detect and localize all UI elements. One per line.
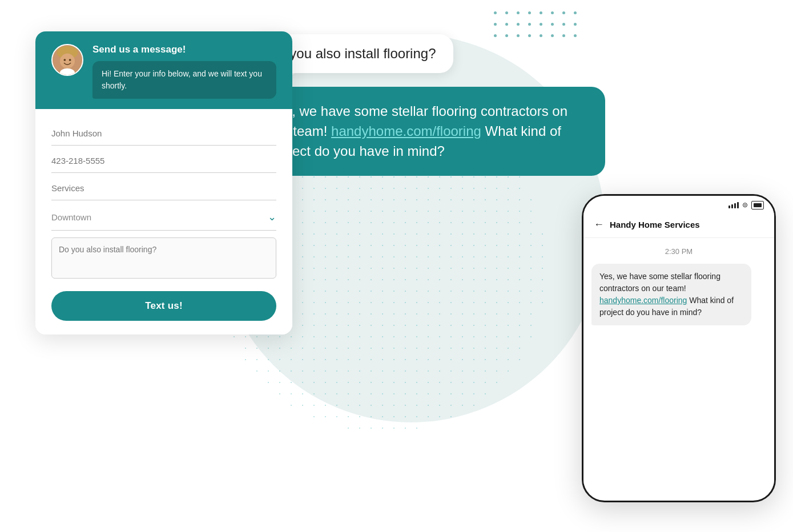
chat-intro-bubble: Hi! Enter your info below, and we will t… [92,61,276,99]
svg-point-4 [69,59,71,61]
phone-header: ← Handy Home Services [583,214,774,238]
services-input[interactable] [51,176,276,200]
chat-answer-bubble: Yes, we have some stellar flooring contr… [251,87,605,176]
name-field-wrapper [51,122,276,148]
chat-header-title: Send us a message! [92,44,276,55]
battery-icon [751,201,764,209]
svg-point-3 [64,59,66,61]
wifi-icon: ⊜ [742,201,748,209]
answer-link[interactable]: handyhome.com/flooring [331,123,481,139]
phone-status-bar: ⊜ [583,196,774,214]
phone-message-before: Yes, we have some stellar flooring contr… [599,272,720,293]
phone-message-link[interactable]: handyhome.com/flooring [599,296,687,305]
chat-widget: Send us a message! Hi! Enter your info b… [35,31,292,334]
phone-field-wrapper [51,149,276,175]
back-arrow-icon[interactable]: ← [594,219,604,231]
phone-body: 2:30 PM Yes, we have some stellar floori… [583,238,774,486]
avatar [51,44,83,76]
phone-timestamp: 2:30 PM [591,247,766,256]
phone-mockup: ⊜ ← Handy Home Services 2:30 PM Yes, we … [582,194,776,502]
services-field-wrapper [51,176,276,203]
phone-message-bubble: Yes, we have some stellar flooring contr… [591,264,751,325]
chat-header-content: Send us a message! Hi! Enter your info b… [92,44,276,99]
location-select-wrapper[interactable]: Downtown ⌄ [51,204,276,231]
signal-icon [728,202,739,208]
phone-input[interactable] [51,149,276,173]
chat-widget-header: Send us a message! Hi! Enter your info b… [35,31,292,109]
chevron-down-icon: ⌄ [268,211,276,223]
message-textarea[interactable] [51,237,276,279]
center-chat-area: Do you also install flooring? Yes, we ha… [251,34,617,176]
phone-contact-name: Handy Home Services [610,220,700,229]
location-label: Downtown [51,212,91,222]
svg-point-2 [60,54,75,68]
chat-widget-body: Downtown ⌄ Text us! [35,109,292,334]
submit-button[interactable]: Text us! [51,291,276,321]
name-input[interactable] [51,122,276,146]
scene: Send us a message! Hi! Enter your info b… [0,0,793,532]
